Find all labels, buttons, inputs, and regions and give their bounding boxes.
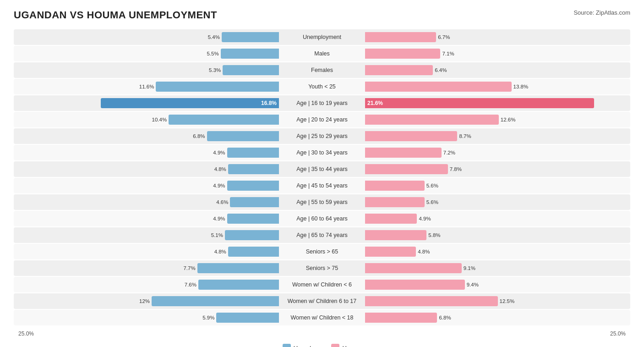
bar-pink: [365, 247, 416, 257]
bar-left-wrap: 4.9%: [14, 178, 281, 193]
bar-blue: [207, 131, 279, 141]
bar-blue: [228, 164, 279, 174]
bar-blue: [230, 197, 279, 207]
center-label: Women w/ Children 6 to 17: [281, 298, 363, 304]
bar-right-wrap: 7.8%: [363, 161, 630, 177]
val-label-left: 4.9%: [213, 216, 225, 221]
bar-blue: [152, 296, 279, 306]
axis-label-right: 25.0%: [610, 330, 626, 337]
val-label-right: 7.2%: [443, 150, 455, 155]
bar-left-wrap: 5.5%: [14, 46, 281, 61]
bar-blue: [225, 230, 279, 240]
chart-row: 12%Women w/ Children 6 to 1712.5%: [14, 293, 630, 309]
center-label: Age | 16 to 19 years: [281, 100, 363, 106]
val-label-right: 9.1%: [464, 265, 475, 271]
legend-swatch-pink: [331, 344, 339, 347]
bar-blue: [222, 32, 279, 42]
bar-right-wrap: 5.6%: [363, 178, 630, 193]
bar-blue: [156, 82, 279, 92]
bar-right-wrap: 9.4%: [363, 277, 630, 292]
legend-item-houma: Houma: [331, 344, 361, 347]
bar-right-wrap: 6.8%: [363, 310, 630, 325]
center-label: Age | 65 to 74 years: [281, 232, 363, 238]
val-label-right: 12.5%: [500, 298, 515, 304]
val-label-right: 7.1%: [442, 51, 454, 56]
bar-blue: [227, 214, 279, 224]
chart-row: 4.8%Age | 35 to 44 years7.8%: [14, 161, 630, 177]
val-inside-left: 16.8%: [261, 100, 277, 106]
chart-row: 7.6%Women w/ Children < 69.4%: [14, 277, 630, 292]
bar-blue: [216, 313, 279, 323]
bar-blue: [227, 181, 279, 191]
legend: Ugandan Houma: [14, 344, 630, 347]
bar-pink: [365, 49, 440, 59]
chart-row: 4.9%Age | 30 to 34 years7.2%: [14, 145, 630, 160]
val-label-left: 5.3%: [209, 67, 221, 73]
bar-left-wrap: 5.1%: [14, 227, 281, 243]
legend-label-ugandan: Ugandan: [294, 345, 318, 347]
bar-left-wrap: 5.9%: [14, 310, 281, 325]
center-label: Females: [281, 67, 363, 73]
bar-right-wrap: 13.8%: [363, 79, 630, 94]
chart-row: 4.6%Age | 55 to 59 years5.6%: [14, 194, 630, 210]
axis-left: 25.0%: [14, 330, 281, 337]
chart-row: 5.5%Males7.1%: [14, 46, 630, 61]
bar-pink: [365, 197, 425, 207]
bar-left-wrap: 11.6%: [14, 79, 281, 94]
bar-pink: [365, 148, 442, 158]
chart-row: 6.8%Age | 25 to 29 years8.7%: [14, 128, 630, 144]
val-inside-right: 21.6%: [367, 100, 383, 106]
val-label-right: 13.8%: [513, 84, 529, 89]
val-label-left: 7.6%: [185, 282, 196, 287]
val-label-left: 5.4%: [208, 34, 220, 40]
chart-row: 5.4%Unemployment6.7%: [14, 29, 630, 45]
val-label-left: 4.8%: [214, 166, 226, 172]
val-label-left: 4.6%: [216, 199, 228, 205]
bar-pink: [365, 296, 498, 306]
chart-header: UGANDAN VS HOUMA UNEMPLOYMENT Source: Zi…: [14, 9, 630, 21]
bar-right-wrap: 9.1%: [363, 260, 630, 276]
bar-blue: [223, 65, 279, 75]
val-label-left: 4.8%: [214, 249, 226, 254]
center-label: Males: [281, 50, 363, 57]
bar-pink: [365, 164, 448, 174]
bar-right-wrap: 6.7%: [363, 29, 630, 45]
chart-source: Source: ZipAtlas.com: [573, 9, 630, 16]
chart-row: 7.7%Seniors > 759.1%: [14, 260, 630, 276]
bar-right-wrap: 7.2%: [363, 145, 630, 160]
center-label: Seniors > 65: [281, 248, 363, 255]
center-label: Women w/ Children < 18: [281, 314, 363, 321]
bar-blue: [228, 247, 279, 257]
val-label-left: 6.8%: [193, 133, 205, 139]
bar-pink: [365, 214, 417, 224]
center-label: Women w/ Children < 6: [281, 281, 363, 288]
bar-pink: [365, 313, 437, 323]
val-label-left: 4.9%: [213, 183, 225, 188]
legend-item-ugandan: Ugandan: [283, 344, 318, 347]
bar-pink: 21.6%: [365, 98, 594, 108]
bar-right-wrap: 7.1%: [363, 46, 630, 61]
center-label: Age | 45 to 54 years: [281, 182, 363, 189]
axis-label-left: 25.0%: [18, 330, 34, 337]
bar-pink: [365, 115, 499, 125]
center-label: Age | 60 to 64 years: [281, 215, 363, 222]
chart-row: 5.9%Women w/ Children < 186.8%: [14, 310, 630, 325]
bar-left-wrap: 7.7%: [14, 260, 281, 276]
chart-row: 10.4%Age | 20 to 24 years12.6%: [14, 112, 630, 127]
bar-pink: [365, 82, 512, 92]
val-label-right: 5.6%: [426, 199, 438, 205]
chart-row: 5.3%Females6.4%: [14, 62, 630, 78]
chart-row: 4.8%Seniors > 654.8%: [14, 244, 630, 259]
chart-row: 11.6%Youth < 2513.8%: [14, 79, 630, 94]
bar-blue: [227, 148, 279, 158]
bar-pink: [365, 131, 457, 141]
bar-right-wrap: 4.8%: [363, 244, 630, 259]
bar-left-wrap: 4.8%: [14, 244, 281, 259]
bar-right-wrap: 12.5%: [363, 293, 630, 309]
bar-left-wrap: 4.9%: [14, 145, 281, 160]
bar-left-wrap: 4.6%: [14, 194, 281, 210]
bar-pink: [365, 65, 433, 75]
val-label-right: 6.8%: [439, 315, 451, 320]
bar-left-wrap: 5.3%: [14, 62, 281, 78]
val-label-right: 4.9%: [419, 216, 431, 221]
